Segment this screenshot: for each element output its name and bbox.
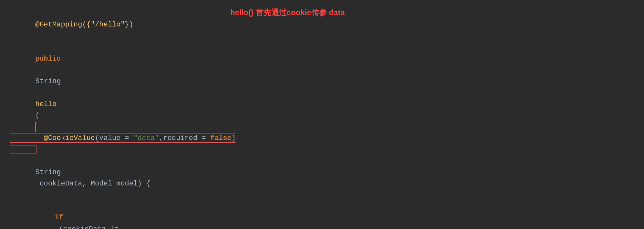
- cookie-value-highlight: @CookieValue(value = "data",required = f…: [10, 122, 236, 154]
- code-block: @GetMapping({"/hello"}) hello() 首先通过cook…: [10, 6, 634, 229]
- line-3: if (cookieData != null && !cookieData.eq…: [10, 201, 634, 229]
- line-1: @GetMapping({"/hello"}) hello() 首先通过cook…: [10, 6, 634, 42]
- annotation-1: hello() 首先通过cookie传参 data: [230, 6, 345, 19]
- annotation-getmapping: @GetMapping({"/hello"}): [35, 21, 133, 29]
- line-2: public String hello ( @CookieValue(value…: [10, 42, 634, 201]
- kw-public: public: [35, 55, 61, 63]
